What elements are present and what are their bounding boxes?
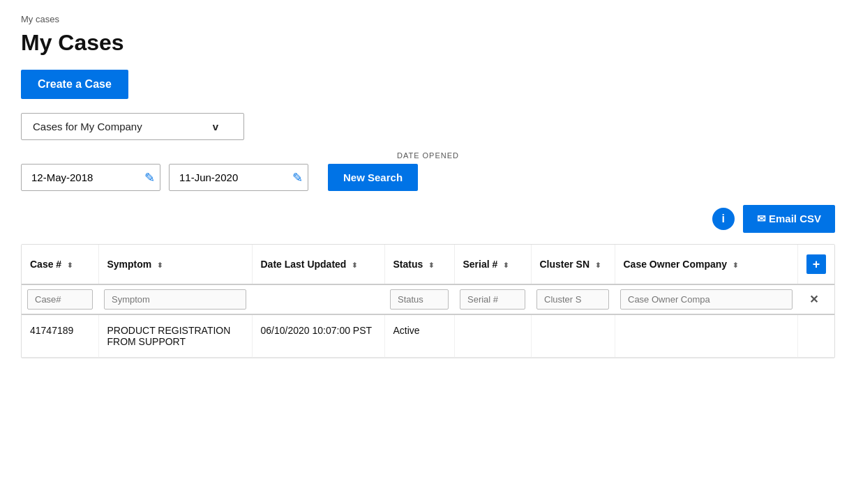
filter-case-input[interactable] bbox=[27, 289, 93, 310]
add-column-button[interactable]: + bbox=[806, 254, 826, 274]
cell-symptom: PRODUCT REGISTRATION FROM SUPPORT bbox=[98, 314, 252, 358]
filter-cell-clear: ✕ bbox=[798, 284, 835, 314]
filter-status-input[interactable] bbox=[390, 289, 449, 310]
page: My cases My Cases Create a Case Cases fo… bbox=[0, 0, 856, 504]
sort-status-icon: ⬍ bbox=[428, 261, 434, 269]
chevron-down-icon: v bbox=[213, 121, 218, 132]
filter-cell-status bbox=[384, 284, 454, 314]
th-date[interactable]: Date Last Updated ⬍ bbox=[252, 245, 384, 284]
cases-table-wrapper: Case # ⬍ Symptom ⬍ Date Last Updated ⬍ S… bbox=[21, 244, 835, 358]
company-filter-select[interactable]: Cases for My Company v bbox=[21, 113, 244, 140]
clear-filter-button[interactable]: ✕ bbox=[804, 290, 824, 309]
filter-cell-serial bbox=[454, 284, 531, 314]
th-owner[interactable]: Case Owner Company ⬍ bbox=[615, 245, 798, 284]
date-from-wrapper: ✎ bbox=[21, 164, 160, 191]
sort-owner-icon: ⬍ bbox=[733, 261, 738, 269]
sort-serial-icon: ⬍ bbox=[503, 261, 509, 269]
th-owner-label: Case Owner Company bbox=[624, 259, 728, 270]
company-filter-wrapper: Cases for My Company v bbox=[21, 113, 244, 140]
page-title: My Cases bbox=[21, 30, 835, 56]
th-date-label: Date Last Updated bbox=[261, 259, 347, 270]
th-cluster-label: Cluster SN bbox=[540, 259, 590, 270]
filter-cell-symptom bbox=[98, 284, 252, 314]
th-cluster[interactable]: Cluster SN ⬍ bbox=[531, 245, 615, 284]
th-case[interactable]: Case # ⬍ bbox=[22, 245, 98, 284]
date-row: ✎ ✎ New Search bbox=[21, 164, 835, 191]
filter-row: Cases for My Company v bbox=[21, 113, 835, 140]
cell-status: Active bbox=[384, 314, 454, 358]
sort-symptom-icon: ⬍ bbox=[157, 261, 163, 269]
table-row: 41747189 PRODUCT REGISTRATION FROM SUPPO… bbox=[22, 314, 834, 358]
filter-serial-input[interactable] bbox=[460, 289, 525, 310]
new-search-button[interactable]: New Search bbox=[328, 164, 418, 191]
th-serial[interactable]: Serial # ⬍ bbox=[454, 245, 531, 284]
th-case-label: Case # bbox=[30, 259, 61, 270]
table-body: 41747189 PRODUCT REGISTRATION FROM SUPPO… bbox=[22, 314, 834, 358]
th-symptom-label: Symptom bbox=[107, 259, 152, 270]
info-icon[interactable]: i bbox=[712, 208, 735, 230]
th-serial-label: Serial # bbox=[463, 259, 498, 270]
cell-case: 41747189 bbox=[22, 314, 98, 358]
actions-row: i ✉ Email CSV bbox=[21, 205, 835, 233]
sort-date-icon: ⬍ bbox=[352, 261, 357, 269]
cell-serial bbox=[454, 314, 531, 358]
filter-cell-date bbox=[252, 284, 384, 314]
th-add-column: + bbox=[798, 245, 835, 284]
filter-cell-case bbox=[22, 284, 98, 314]
cell-addcol bbox=[798, 314, 835, 358]
date-from-input[interactable] bbox=[21, 164, 160, 191]
date-to-wrapper: ✎ bbox=[169, 164, 308, 191]
company-filter-label: Cases for My Company bbox=[33, 121, 142, 132]
th-symptom[interactable]: Symptom ⬍ bbox=[98, 245, 252, 284]
cell-cluster bbox=[531, 314, 615, 358]
date-opened-label: DATE OPENED bbox=[21, 151, 835, 160]
filter-cluster-input[interactable] bbox=[536, 289, 609, 310]
edit-date-from-icon[interactable]: ✎ bbox=[144, 170, 155, 185]
date-to-input[interactable] bbox=[169, 164, 308, 191]
filter-symptom-input[interactable] bbox=[104, 289, 246, 310]
cell-date: 06/10/2020 10:07:00 PST bbox=[252, 314, 384, 358]
cell-owner bbox=[615, 314, 798, 358]
email-csv-button[interactable]: ✉ Email CSV bbox=[743, 205, 835, 233]
sort-case-icon: ⬍ bbox=[67, 261, 73, 269]
breadcrumb: My cases bbox=[21, 14, 835, 24]
date-section: DATE OPENED ✎ ✎ New Search bbox=[21, 151, 835, 191]
table-header-row: Case # ⬍ Symptom ⬍ Date Last Updated ⬍ S… bbox=[22, 245, 834, 284]
filter-cell-owner bbox=[615, 284, 798, 314]
sort-cluster-icon: ⬍ bbox=[595, 261, 601, 269]
th-status-label: Status bbox=[393, 259, 423, 270]
table-filter-row: ✕ bbox=[22, 284, 834, 314]
filter-cell-cluster bbox=[531, 284, 615, 314]
filter-owner-input[interactable] bbox=[620, 289, 793, 310]
cases-table: Case # ⬍ Symptom ⬍ Date Last Updated ⬍ S… bbox=[22, 245, 834, 358]
th-status[interactable]: Status ⬍ bbox=[384, 245, 454, 284]
create-case-button[interactable]: Create a Case bbox=[21, 70, 128, 99]
edit-date-to-icon[interactable]: ✎ bbox=[292, 170, 303, 185]
